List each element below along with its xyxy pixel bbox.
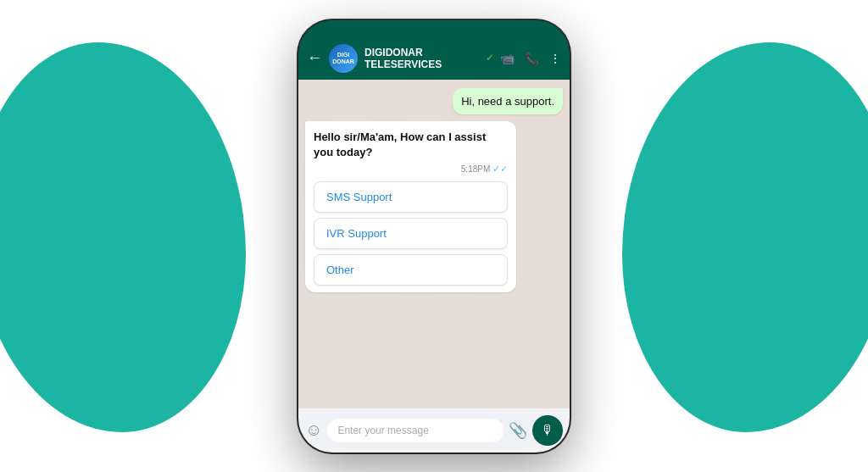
cloud-left <box>0 42 246 432</box>
back-button[interactable]: ← <box>307 49 322 67</box>
background-scene: ← DIGIDONAR DIGIDONAR TELESERVICES ✓ 📹 📞… <box>0 0 868 472</box>
header-icons: 📹 📞 ⋮ <box>500 52 561 65</box>
mic-icon: 🎙 <box>541 423 554 438</box>
message-ticks: ✓✓ <box>492 164 508 175</box>
contact-info: DIGIDONAR TELESERVICES ✓ <box>364 47 493 70</box>
status-bar <box>298 20 570 37</box>
cloud-right <box>622 42 868 432</box>
sms-support-button[interactable]: SMS Support <box>314 181 508 213</box>
contact-avatar: DIGIDONAR <box>329 44 358 73</box>
incoming-message-block: Hello sir/Ma'am, How can I assist you to… <box>305 121 516 292</box>
outgoing-message-text: Hi, need a support. <box>461 95 554 108</box>
option-buttons: SMS Support IVR Support Other <box>314 181 508 286</box>
outgoing-message: Hi, need a support. <box>453 88 563 114</box>
mic-button[interactable]: 🎙 <box>532 415 563 446</box>
message-time: 5:18PM ✓✓ <box>314 164 508 175</box>
ivr-support-button[interactable]: IVR Support <box>314 218 508 249</box>
contact-name: DIGIDONAR TELESERVICES ✓ <box>364 47 493 70</box>
message-input[interactable]: Enter your message <box>327 419 504 442</box>
chat-area: Hi, need a support. Hello sir/Ma'am, How… <box>298 80 570 408</box>
video-call-icon[interactable]: 📹 <box>500 52 515 65</box>
input-bar: ☺ Enter your message 📎 🎙 <box>298 408 570 453</box>
more-options-icon[interactable]: ⋮ <box>549 52 561 65</box>
incoming-message-text: Hello sir/Ma'am, How can I assist you to… <box>314 130 508 160</box>
emoji-button[interactable]: ☺ <box>305 420 322 440</box>
whatsapp-header: ← DIGIDONAR DIGIDONAR TELESERVICES ✓ 📹 📞… <box>298 37 570 80</box>
message-placeholder: Enter your message <box>337 425 428 436</box>
other-button[interactable]: Other <box>314 254 508 286</box>
verified-badge: ✓ <box>486 53 493 64</box>
avatar-initials: DIGIDONAR <box>329 44 358 73</box>
phone-shell: ← DIGIDONAR DIGIDONAR TELESERVICES ✓ 📹 📞… <box>298 20 570 453</box>
voice-call-icon[interactable]: 📞 <box>525 52 539 65</box>
attachment-button[interactable]: 📎 <box>509 421 527 440</box>
